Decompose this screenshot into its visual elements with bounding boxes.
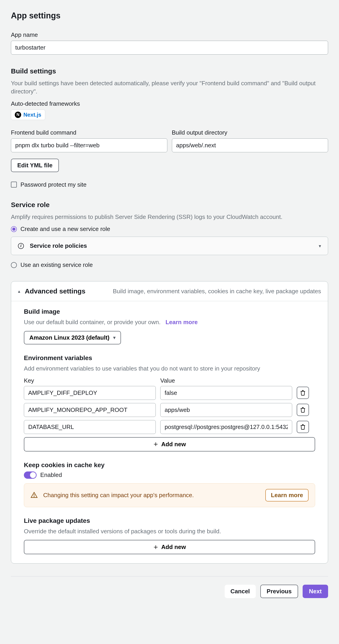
frameworks-label: Auto-detected frameworks: [11, 100, 328, 107]
edit-yml-button[interactable]: Edit YML file: [11, 159, 59, 172]
frontend-cmd-label: Frontend build command: [11, 129, 167, 136]
svg-point-3: [34, 496, 34, 497]
env-add-new-button[interactable]: Add new: [24, 437, 315, 452]
live-pkg-add-new-button[interactable]: Add new: [24, 540, 315, 554]
previous-button[interactable]: Previous: [260, 585, 298, 598]
env-value-input[interactable]: [160, 420, 292, 434]
env-key-input[interactable]: [24, 420, 156, 434]
framework-name: Next.js: [24, 112, 42, 118]
build-image-learn-more-link[interactable]: Learn more: [166, 319, 198, 326]
cookies-learn-more-button[interactable]: Learn more: [265, 489, 308, 502]
build-settings-desc: Your build settings have been detected a…: [11, 79, 328, 96]
build-image-select[interactable]: Amazon Linux 2023 (default) ▾: [24, 331, 121, 344]
output-dir-input[interactable]: [172, 138, 328, 152]
env-vars-heading: Environment variables: [24, 354, 315, 362]
live-pkg-heading: Live package updates: [24, 517, 315, 524]
service-role-desc: Amplify requires permissions to publish …: [11, 213, 328, 221]
env-row: [24, 403, 315, 417]
cookies-toggle[interactable]: [24, 472, 36, 479]
radio-icon: [11, 226, 17, 232]
advanced-settings-heading: Advanced settings: [25, 287, 86, 295]
env-delete-button[interactable]: [297, 421, 309, 433]
cookies-toggle-label: Enabled: [40, 472, 62, 478]
env-delete-button[interactable]: [297, 404, 309, 416]
framework-chip[interactable]: N Next.js: [11, 110, 45, 120]
radio-use-existing-label: Use an existing service role: [20, 262, 93, 268]
env-delete-button[interactable]: [297, 387, 309, 399]
next-button[interactable]: Next: [302, 585, 328, 598]
password-protect-checkbox[interactable]: Password protect my site: [11, 181, 328, 188]
cookies-heading: Keep cookies in cache key: [24, 462, 315, 469]
cookies-warning-alert: Changing this setting can impact your ap…: [24, 483, 315, 507]
env-vars-desc: Add environment variables to use variabl…: [24, 364, 315, 372]
advanced-settings-card: ▴ Advanced settings Build image, environ…: [11, 281, 328, 564]
warning-icon: [30, 492, 38, 499]
env-row: [24, 386, 315, 400]
app-name-label: App name: [11, 31, 328, 38]
page-title: App settings: [11, 11, 328, 20]
build-image-selected: Amazon Linux 2023 (default): [29, 334, 110, 341]
plus-icon: [153, 442, 158, 447]
env-value-input[interactable]: [160, 403, 292, 417]
service-role-heading: Service role: [11, 201, 328, 209]
nextjs-icon: N: [15, 112, 21, 118]
radio-icon: [11, 262, 17, 268]
checkbox-icon: [11, 182, 17, 188]
live-pkg-desc: Override the default installed versions …: [24, 527, 315, 535]
env-key-input[interactable]: [24, 403, 156, 417]
service-role-policies-panel[interactable]: i Service role policies ▾: [11, 237, 328, 255]
env-key-header: Key: [24, 377, 156, 384]
chevron-down-icon: ▾: [113, 335, 116, 340]
trash-icon: [300, 390, 306, 396]
cancel-button[interactable]: Cancel: [225, 585, 256, 598]
radio-create-new-role[interactable]: Create and use a new service role: [11, 226, 328, 232]
advanced-settings-header[interactable]: ▴ Advanced settings Build image, environ…: [11, 282, 328, 301]
cookies-warning-text: Changing this setting can impact your ap…: [43, 492, 194, 499]
footer-divider: [11, 576, 328, 576]
radio-use-existing-role[interactable]: Use an existing service role: [11, 262, 328, 268]
trash-icon: [300, 424, 306, 430]
radio-create-new-label: Create and use a new service role: [20, 226, 110, 232]
chevron-up-icon: ▴: [18, 288, 20, 294]
env-value-input[interactable]: [160, 386, 292, 400]
build-image-heading: Build image: [24, 308, 315, 315]
env-value-header: Value: [160, 377, 292, 384]
info-icon: i: [18, 243, 24, 249]
env-add-new-label: Add new: [161, 441, 186, 448]
env-key-input[interactable]: [24, 386, 156, 400]
advanced-settings-subtitle: Build image, environment variables, cook…: [113, 288, 321, 295]
build-settings-heading: Build settings: [11, 67, 328, 75]
env-row: [24, 420, 315, 434]
trash-icon: [300, 407, 306, 413]
chevron-down-icon: ▾: [319, 243, 321, 249]
app-name-input[interactable]: [11, 41, 328, 54]
plus-icon: [153, 544, 158, 550]
build-image-desc: Use our default build container, or prov…: [24, 319, 160, 326]
service-role-policies-title: Service role policies: [30, 242, 87, 249]
output-dir-label: Build output directory: [172, 129, 328, 136]
frontend-cmd-input[interactable]: [11, 138, 167, 152]
password-protect-label: Password protect my site: [20, 181, 86, 188]
live-pkg-add-new-label: Add new: [161, 544, 186, 550]
